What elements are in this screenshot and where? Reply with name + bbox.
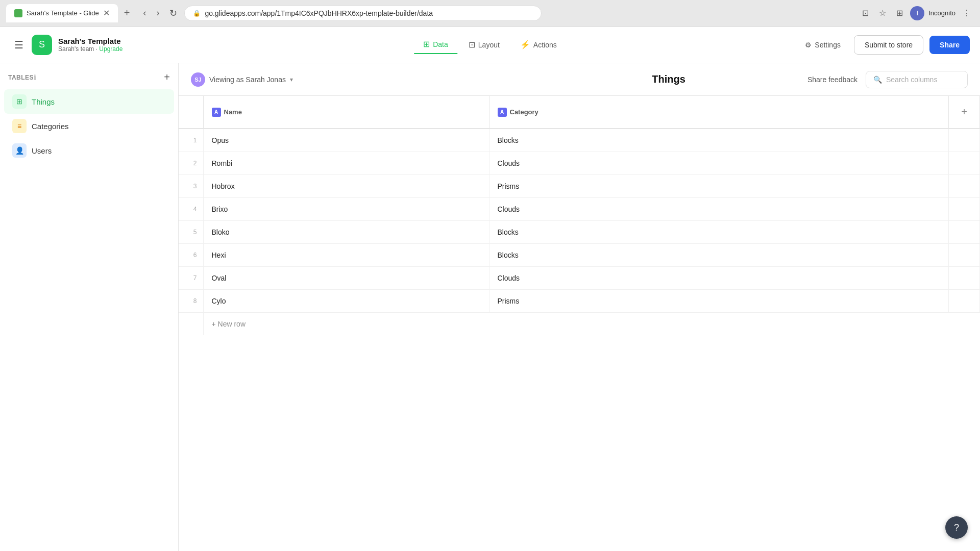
- users-label: Users: [32, 146, 52, 155]
- row-name-cell[interactable]: Rombi: [203, 152, 489, 175]
- row-number: 7: [179, 267, 203, 290]
- data-tab-label: Data: [433, 40, 448, 48]
- window-button[interactable]: ⊞: [893, 6, 906, 20]
- row-number-header: [179, 96, 203, 129]
- chevron-down-icon: ▾: [290, 76, 293, 83]
- table-row[interactable]: 5 Bloko Blocks: [179, 221, 980, 244]
- nav-right: ⚙ Settings Submit to store Share: [798, 35, 970, 55]
- share-button[interactable]: Share: [929, 36, 970, 54]
- menu-button[interactable]: ⋮: [960, 6, 974, 20]
- add-column-header[interactable]: +: [949, 96, 980, 129]
- new-row-button[interactable]: + New row: [204, 313, 254, 335]
- row-name-cell[interactable]: Oval: [203, 267, 489, 290]
- add-table-button[interactable]: +: [164, 71, 170, 83]
- category-column-header[interactable]: A Category: [489, 96, 949, 129]
- sidebar-item-things[interactable]: ⊞ Things: [4, 89, 174, 114]
- back-button[interactable]: ‹: [140, 6, 149, 20]
- row-category-cell[interactable]: Blocks: [489, 221, 949, 244]
- row-category-cell[interactable]: Clouds: [489, 267, 949, 290]
- table-row[interactable]: 7 Oval Clouds: [179, 267, 980, 290]
- table-row[interactable]: 6 Hexi Blocks: [179, 244, 980, 267]
- row-category-cell[interactable]: Prisms: [489, 175, 949, 198]
- name-type-icon: A: [212, 108, 221, 117]
- tables-label: TABLES: [8, 74, 34, 81]
- share-feedback-button[interactable]: Share feedback: [807, 76, 857, 84]
- search-placeholder: Search columns: [886, 76, 937, 84]
- table-header-right: Share feedback 🔍 Search columns: [807, 71, 968, 88]
- data-area: SJ Viewing as Sarah Jonas ▾ Things Share…: [179, 63, 980, 551]
- top-nav: ☰ S Sarah's Template Sarah's team · Upgr…: [0, 27, 980, 63]
- upgrade-link[interactable]: Upgrade: [99, 45, 122, 53]
- row-category-cell[interactable]: Prisms: [489, 290, 949, 313]
- sidebar: TABLES ℹ + ⊞ Things ≡ Categories 👤 Users: [0, 63, 179, 551]
- search-icon: 🔍: [873, 76, 882, 84]
- main-content: TABLES ℹ + ⊞ Things ≡ Categories 👤 Users: [0, 63, 980, 551]
- categories-icon: ≡: [12, 119, 27, 133]
- help-button[interactable]: ?: [945, 516, 968, 539]
- app-team: Sarah's team · Upgrade: [58, 45, 122, 53]
- row-category-cell[interactable]: Blocks: [489, 244, 949, 267]
- table-row[interactable]: 2 Rombi Clouds: [179, 152, 980, 175]
- row-name-cell[interactable]: Hexi: [203, 244, 489, 267]
- new-row-row[interactable]: + New row: [179, 313, 980, 336]
- actions-tab-label: Actions: [533, 41, 557, 49]
- tab-data[interactable]: ⊞ Data: [414, 35, 457, 54]
- info-icon: ℹ: [34, 73, 36, 81]
- hamburger-button[interactable]: ☰: [10, 37, 28, 53]
- add-column-button[interactable]: +: [957, 102, 971, 122]
- row-category-cell[interactable]: Clouds: [489, 198, 949, 221]
- row-name-cell[interactable]: Bloko: [203, 221, 489, 244]
- address-bar[interactable]: 🔒 go.glideapps.com/app/1Tmp4IC6xPQJbHHRX…: [184, 6, 542, 21]
- data-tab-icon: ⊞: [423, 39, 430, 49]
- browser-chrome: Sarah's Template - Glide ✕ + ‹ › ↻ 🔒 go.…: [0, 0, 980, 27]
- tab-actions[interactable]: ⚡ Actions: [511, 36, 566, 54]
- cast-button[interactable]: ⊡: [859, 6, 872, 20]
- name-column-header[interactable]: A Name: [203, 96, 489, 129]
- row-number: 2: [179, 152, 203, 175]
- bookmark-button[interactable]: ☆: [876, 6, 889, 20]
- table-row[interactable]: 8 Cylo Prisms: [179, 290, 980, 313]
- lock-icon: 🔒: [193, 10, 201, 17]
- new-tab-button[interactable]: +: [122, 5, 132, 21]
- close-icon[interactable]: ✕: [103, 8, 110, 18]
- forward-button[interactable]: ›: [153, 6, 162, 20]
- submit-to-store-button[interactable]: Submit to store: [854, 35, 923, 55]
- url-text: go.glideapps.com/app/1Tmp4IC6xPQJbHHRX6x…: [205, 9, 433, 17]
- categories-label: Categories: [32, 122, 69, 131]
- settings-button[interactable]: ⚙ Settings: [798, 37, 848, 53]
- row-category-cell[interactable]: Blocks: [489, 129, 949, 152]
- row-name-cell[interactable]: Brixo: [203, 198, 489, 221]
- sidebar-item-categories[interactable]: ≡ Categories: [4, 114, 174, 138]
- row-number: 4: [179, 198, 203, 221]
- row-number: 1: [179, 129, 203, 152]
- row-number: 3: [179, 175, 203, 198]
- layout-tab-icon: ⊡: [469, 40, 475, 49]
- table-row[interactable]: 3 Hobrox Prisms: [179, 175, 980, 198]
- nav-tabs: ⊞ Data ⊡ Layout ⚡ Actions: [414, 35, 566, 54]
- row-name-cell[interactable]: Hobrox: [203, 175, 489, 198]
- app-name: Sarah's Template: [58, 37, 122, 45]
- name-col-label: Name: [224, 108, 242, 116]
- help-icon: ?: [954, 522, 959, 533]
- row-number: 5: [179, 221, 203, 244]
- viewing-as[interactable]: SJ Viewing as Sarah Jonas ▾: [191, 72, 293, 87]
- row-name-cell[interactable]: Cylo: [203, 290, 489, 313]
- row-category-cell[interactable]: Clouds: [489, 152, 949, 175]
- table-row[interactable]: 4 Brixo Clouds: [179, 198, 980, 221]
- tab-layout[interactable]: ⊡ Layout: [459, 36, 509, 54]
- table-title: Things: [652, 73, 685, 85]
- table-header-bar: SJ Viewing as Sarah Jonas ▾ Things Share…: [179, 63, 980, 96]
- table-row[interactable]: 1 Opus Blocks: [179, 129, 980, 152]
- row-number: 8: [179, 290, 203, 313]
- sidebar-item-users[interactable]: 👤 Users: [4, 138, 174, 163]
- category-type-icon: A: [498, 108, 507, 117]
- gear-icon: ⚙: [805, 41, 812, 49]
- data-table: A Name A Category +: [179, 96, 980, 335]
- browser-tab[interactable]: Sarah's Template - Glide ✕: [6, 4, 118, 22]
- viewing-as-label: Viewing as Sarah Jonas: [209, 76, 286, 84]
- profile-button[interactable]: I: [910, 6, 924, 20]
- reload-button[interactable]: ↻: [166, 6, 180, 21]
- row-number: 6: [179, 244, 203, 267]
- row-name-cell[interactable]: Opus: [203, 129, 489, 152]
- search-columns-input[interactable]: 🔍 Search columns: [866, 71, 968, 88]
